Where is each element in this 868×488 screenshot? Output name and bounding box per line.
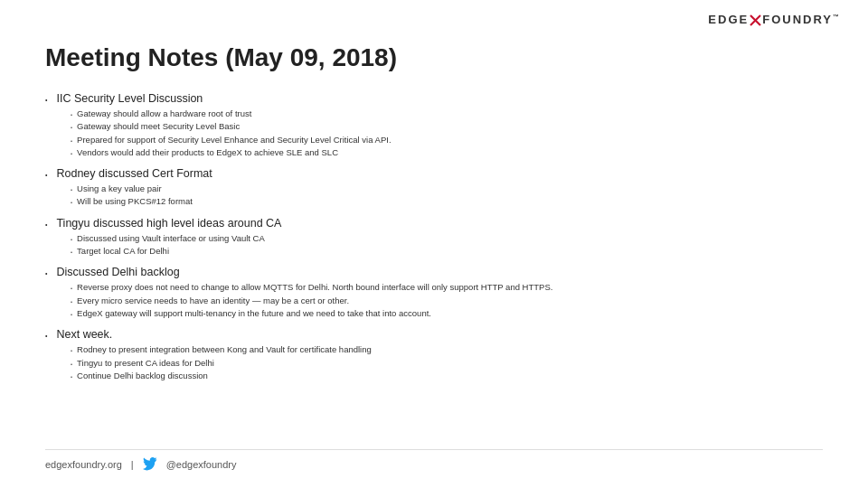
bullet-main-icon: •	[45, 333, 47, 339]
sub-item: •Discussed using Vault interface or usin…	[71, 232, 823, 244]
section-header-rodney: •Rodney discussed Cert Format	[45, 167, 823, 180]
bullet-main-icon: •	[45, 172, 47, 178]
section-delhi: •Discussed Delhi backlog•Reverse proxy d…	[45, 266, 823, 319]
footer-url: edgexfoundry.org	[45, 459, 122, 470]
footer-divider: |	[131, 459, 134, 470]
page-title: Meeting Notes (May 09, 2018)	[45, 43, 823, 72]
sub-item: •Will be using PKCS#12 format	[71, 195, 823, 207]
section-tingyu: •Tingyu discussed high level ideas aroun…	[45, 217, 823, 258]
bullet-sub-icon: •	[71, 112, 72, 117]
sub-item-text: Tingyu to present CA ideas for Delhi	[77, 357, 214, 369]
bullet-sub-icon: •	[71, 249, 72, 255]
sub-item: •Prepared for support of Security Level …	[71, 134, 823, 145]
sub-item-text: Gateway should allow a hardware root of …	[77, 108, 251, 119]
bullet-sub-icon: •	[71, 361, 72, 367]
sub-items-iic: •Gateway should allow a hardware root of…	[71, 108, 823, 158]
bullet-main-icon: •	[45, 97, 47, 103]
bullet-sub-icon: •	[71, 151, 72, 156]
sub-item: •Using a key value pair	[71, 183, 823, 194]
section-header-iic: •IIC Security Level Discussion	[45, 92, 823, 105]
sub-items-delhi: •Reverse proxy does not need to change t…	[71, 281, 823, 319]
sub-item-text: Will be using PKCS#12 format	[77, 195, 193, 207]
logo-suffix: FOUNDRY	[762, 13, 833, 26]
twitter-icon	[143, 457, 157, 472]
bullet-main-icon: •	[45, 270, 47, 277]
sub-item: •Vendors would add their products to Edg…	[71, 146, 823, 158]
sub-item-text: Rodney to present integration between Ko…	[77, 343, 372, 355]
section-next: •Next week.•Rodney to present integratio…	[45, 328, 823, 381]
section-header-tingyu: •Tingyu discussed high level ideas aroun…	[45, 217, 823, 230]
sub-item-text: Discussed using Vault interface or using…	[77, 232, 265, 244]
sub-item: •Target local CA for Delhi	[71, 245, 823, 257]
bullet-sub-icon: •	[71, 312, 72, 317]
sub-items-rodney: •Using a key value pair•Will be using PK…	[71, 183, 823, 208]
bullet-sub-icon: •	[71, 374, 72, 380]
sub-items-next: •Rodney to present integration between K…	[71, 343, 823, 381]
bullet-main-icon: •	[45, 221, 47, 228]
section-header-next: •Next week.	[45, 328, 823, 341]
sub-item-text: Target local CA for Delhi	[77, 245, 169, 257]
sub-item: •Reverse proxy does not need to change t…	[71, 281, 823, 293]
bullet-sub-icon: •	[71, 138, 72, 144]
sub-item-text: Using a key value pair	[77, 183, 161, 194]
section-title-delhi: Discussed Delhi backlog	[56, 266, 179, 278]
bullet-sub-icon: •	[71, 237, 72, 242]
logo: EDGE FOUNDRY™	[708, 13, 841, 26]
logo-prefix: EDGE	[708, 13, 749, 26]
sub-item-text: Gateway should meet Security Level Basic	[77, 120, 240, 132]
bullet-sub-icon: •	[71, 348, 72, 353]
bullet-sub-icon: •	[71, 187, 72, 192]
logo-trademark: ™	[833, 14, 841, 20]
sub-items-tingyu: •Discussed using Vault interface or usin…	[71, 232, 823, 258]
sub-item-text: Prepared for support of Security Level E…	[77, 134, 391, 145]
sub-item: •Every micro service needs to have an id…	[71, 295, 823, 306]
section-iic: •IIC Security Level Discussion•Gateway s…	[45, 92, 823, 158]
section-title-rodney: Rodney discussed Cert Format	[56, 167, 212, 180]
sub-item-text: Vendors would add their products to Edge…	[77, 146, 338, 158]
bullet-sub-icon: •	[71, 286, 72, 291]
sub-item: •Gateway should meet Security Level Basi…	[71, 120, 823, 132]
logo-x-icon	[750, 14, 761, 26]
sub-item-text: EdgeX gateway will support multi-tenancy…	[77, 307, 431, 319]
sub-item: •Continue Delhi backlog discussion	[71, 370, 823, 381]
sub-item-text: Continue Delhi backlog discussion	[77, 370, 208, 381]
main-content: Meeting Notes (May 09, 2018) •IIC Securi…	[0, 0, 868, 408]
bullet-sub-icon: •	[71, 299, 72, 305]
sub-item: •EdgeX gateway will support multi-tenanc…	[71, 307, 823, 319]
section-title-tingyu: Tingyu discussed high level ideas around…	[56, 217, 281, 230]
section-rodney: •Rodney discussed Cert Format•Using a ke…	[45, 167, 823, 208]
sub-item-text: Every micro service needs to have an ide…	[77, 295, 349, 306]
footer: edgexfoundry.org | @edgexfoundry	[45, 449, 823, 472]
bullet-sub-icon: •	[71, 200, 72, 205]
sub-item: •Rodney to present integration between K…	[71, 343, 823, 355]
bullet-sub-icon: •	[71, 125, 72, 130]
footer-twitter-handle: @edgexfoundry	[166, 459, 237, 470]
logo-text: EDGE FOUNDRY™	[708, 13, 841, 26]
sub-item: •Gateway should allow a hardware root of…	[71, 108, 823, 119]
section-header-delhi: •Discussed Delhi backlog	[45, 266, 823, 278]
sub-item: •Tingyu to present CA ideas for Delhi	[71, 357, 823, 369]
sections-container: •IIC Security Level Discussion•Gateway s…	[45, 92, 823, 381]
section-title-iic: IIC Security Level Discussion	[56, 92, 203, 105]
section-title-next: Next week.	[56, 328, 112, 341]
sub-item-text: Reverse proxy does not need to change to…	[77, 281, 552, 293]
